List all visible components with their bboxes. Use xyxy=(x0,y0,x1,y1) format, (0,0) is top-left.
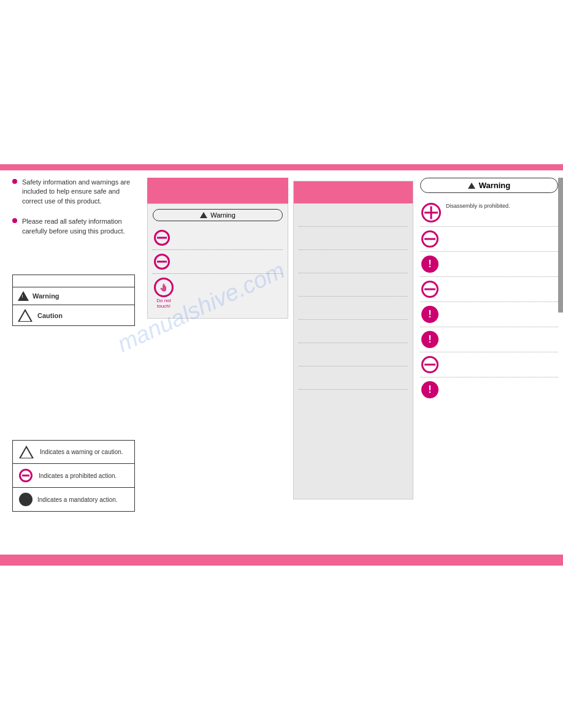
middle-icon-row-3: Do nottouch! xyxy=(153,274,283,313)
middle-warning-label: Warning xyxy=(210,211,236,219)
do-not-touch-label: Do nottouch! xyxy=(156,298,171,309)
no-touch-container: Do nottouch! xyxy=(154,278,174,309)
third-row-8 xyxy=(299,371,408,390)
prohib-icon-4 xyxy=(421,281,439,298)
right-column: Warning Disassembly is prohibited. ! ! ! xyxy=(420,178,558,402)
wc-header xyxy=(13,275,134,287)
middle-warning-pill: Warning xyxy=(153,209,283,221)
left-text-section: Safety information and warnings are incl… xyxy=(12,178,135,247)
right-warning-header: Warning xyxy=(420,178,558,193)
middle-content-box: Warning Do nottouch! xyxy=(147,203,288,319)
middle-column: Warning Do nottouch! xyxy=(147,178,288,319)
right-warning-label: Warning xyxy=(479,181,511,190)
caution-item: Caution xyxy=(13,305,134,325)
bullet-item-2: Please read all safety information caref… xyxy=(12,217,135,236)
third-row-6 xyxy=(299,325,408,343)
no-touch-circle-icon xyxy=(154,278,174,297)
third-row-7 xyxy=(299,348,408,366)
no-sign-icon-2 xyxy=(154,254,170,270)
sym-filled-circle-icon xyxy=(19,493,33,506)
sym-triangle-label: Indicates a warning or caution. xyxy=(40,449,123,455)
right-row-2 xyxy=(420,227,558,252)
right-warning-triangle-icon xyxy=(468,183,475,189)
exclaim-icon-6: ! xyxy=(421,331,439,348)
warning-label: Warning xyxy=(33,292,59,300)
bullet-dot-2 xyxy=(12,218,17,223)
bullet-item-1: Safety information and warnings are incl… xyxy=(12,178,135,206)
right-row-1: Disassembly is prohibited. xyxy=(420,199,558,227)
exclaim-icon-8: ! xyxy=(421,381,439,398)
third-row-9 xyxy=(299,395,408,413)
warning-caution-box: ! Warning Caution xyxy=(12,275,135,326)
third-row-5 xyxy=(299,301,408,320)
sym-filled-item: Indicates a mandatory action. xyxy=(13,488,134,511)
bullet-dot-1 xyxy=(12,179,17,184)
third-column xyxy=(293,181,413,499)
exclaim-icon-5: ! xyxy=(421,306,439,323)
top-pink-bar xyxy=(0,164,563,170)
sym-no-entry-label: Indicates a prohibited action. xyxy=(39,472,117,479)
right-row-3: ! xyxy=(420,252,558,277)
symbol-legend-box: Indicates a warning or caution. Indicate… xyxy=(12,440,135,512)
third-content xyxy=(294,203,413,423)
right-row-5: ! xyxy=(420,302,558,327)
bullet-text-1: Safety information and warnings are incl… xyxy=(22,178,135,206)
disassembly-prohib-icon xyxy=(421,203,441,222)
right-row-6: ! xyxy=(420,327,558,352)
third-row-1 xyxy=(299,208,408,227)
third-row-2 xyxy=(299,232,408,250)
right-row-8: ! xyxy=(420,377,558,402)
sym-filled-label: Indicates a mandatory action. xyxy=(37,496,118,503)
hand-icon xyxy=(158,282,169,293)
sym-triangle-item: Indicates a warning or caution. xyxy=(13,441,134,464)
middle-pink-header xyxy=(147,178,288,203)
right-row-4 xyxy=(420,277,558,302)
bullet-text-2: Please read all safety information caref… xyxy=(22,217,135,236)
third-pink-header xyxy=(294,181,413,203)
warning-triangle-icon: ! xyxy=(18,291,29,301)
middle-icon-row-2 xyxy=(153,250,283,274)
caution-triangle-icon xyxy=(18,309,33,322)
right-row-1-text: Disassembly is prohibited. xyxy=(446,203,510,210)
sym-prohib-item: Indicates a prohibited action. xyxy=(13,464,134,488)
scrollbar[interactable] xyxy=(558,178,563,313)
exclaim-icon-3: ! xyxy=(421,256,439,273)
bottom-pink-bar xyxy=(0,555,563,566)
sym-no-entry-icon xyxy=(19,469,33,482)
right-row-7 xyxy=(420,352,558,377)
prohib-icon-7 xyxy=(421,356,439,373)
third-row-3 xyxy=(299,255,408,273)
caution-label: Caution xyxy=(37,312,63,319)
middle-warning-triangle xyxy=(200,212,207,218)
warning-item: ! Warning xyxy=(13,287,134,305)
middle-icon-row-1 xyxy=(153,226,283,250)
third-row-4 xyxy=(299,278,408,297)
no-sign-icon-1 xyxy=(154,230,170,246)
sym-triangle-icon xyxy=(19,446,34,458)
prohib-icon-2 xyxy=(421,230,439,248)
